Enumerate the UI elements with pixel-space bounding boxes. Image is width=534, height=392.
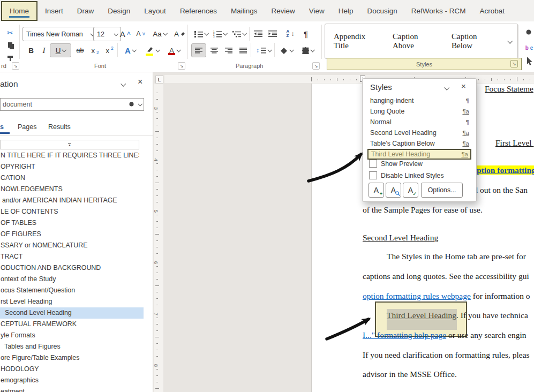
- doc-line-4[interactable]: id out on the San: [471, 185, 528, 195]
- gallery-style-caption-below[interactable]: Caption Below: [452, 32, 494, 50]
- nav-heading-le-of-contents[interactable]: LE OF CONTENTS: [0, 206, 139, 217]
- clear-formatting-button[interactable]: A: [171, 27, 187, 41]
- nav-heading-cation[interactable]: CATION: [0, 172, 139, 184]
- collapse-all-bar[interactable]: ▲: [0, 140, 139, 149]
- decrease-indent-button[interactable]: [251, 27, 266, 41]
- chevron-down-icon[interactable]: [444, 85, 449, 91]
- tab-layout[interactable]: Layout: [137, 0, 173, 21]
- tab-review[interactable]: Review: [264, 0, 302, 21]
- style-hanging-indent[interactable]: hanging-indent¶: [367, 95, 471, 106]
- disable-linked-styles-checkbox[interactable]: Disable Linked Styles: [369, 171, 444, 179]
- font-name-combo[interactable]: Times New Roman: [22, 27, 97, 41]
- nav-heading-ceptual-framework[interactable]: CEPTUAL FRAMEWORK: [0, 319, 139, 330]
- font-color-button[interactable]: A: [164, 43, 184, 57]
- manage-styles-button[interactable]: A ✓: [403, 183, 418, 198]
- underline-button[interactable]: U: [50, 43, 71, 57]
- hyperlink[interactable]: I..." formatting help page: [363, 330, 446, 340]
- nav-heading-nowledgements[interactable]: NOWLEDGEMENTS: [0, 184, 139, 195]
- nav-heading-yle-formats[interactable]: yle Formats: [0, 330, 139, 341]
- grow-font-button[interactable]: A˄: [117, 27, 133, 41]
- numbering-button[interactable]: 1 2 3: [210, 27, 229, 41]
- doc-line-13[interactable]: advisor in the MSSE Office.: [363, 370, 457, 379]
- nav-heading-oduction-and-background[interactable]: ODUCTION AND BACKGROUND: [0, 262, 139, 274]
- nav-heading-emographics[interactable]: emographics: [0, 375, 139, 386]
- nav-heading-rst-level-heading[interactable]: rst Level Heading: [0, 296, 139, 307]
- multilevel-list-button[interactable]: [229, 27, 249, 41]
- tab-draw[interactable]: Draw: [70, 0, 101, 21]
- doc-line-9[interactable]: option formatting rules webpage for info…: [363, 291, 530, 301]
- find-button[interactable]: [523, 26, 534, 40]
- tab-insert[interactable]: Insert: [38, 0, 70, 21]
- superscript-button[interactable]: x2: [102, 43, 117, 57]
- nav-heading-ontext-of-the-study[interactable]: ontext of the Study: [0, 274, 139, 285]
- line-spacing-button[interactable]: ↕: [253, 43, 274, 57]
- doc-line-8[interactable]: captions and long quotes. See the access…: [363, 272, 529, 281]
- nav-heading-ocus-statement-question[interactable]: ocus Statement/Question: [0, 285, 139, 296]
- nav-heading-of-tables[interactable]: OF TABLES: [0, 217, 139, 229]
- doc-line-3[interactable]: ption formatting: [477, 165, 534, 175]
- tab-mailings[interactable]: Mailings: [224, 0, 265, 21]
- nav-heading-ssary-or-nomenclature[interactable]: SSARY or NOMENCLATURE: [0, 240, 139, 251]
- replace-button[interactable]: b c: [523, 41, 534, 55]
- doc-line-5[interactable]: of the Sample Pages for ease of use.: [363, 205, 483, 215]
- tab-design[interactable]: Design: [101, 0, 137, 21]
- text-effects-button[interactable]: A: [120, 43, 140, 57]
- hyperlink[interactable]: option formatting rules webpage: [363, 291, 471, 300]
- strikethrough-button[interactable]: ab: [72, 43, 88, 57]
- checkbox[interactable]: [369, 160, 377, 168]
- borders-button[interactable]: [297, 43, 319, 57]
- checkbox[interactable]: [369, 171, 377, 179]
- change-case-button[interactable]: Aa: [149, 27, 170, 41]
- shrink-font-button[interactable]: A˅: [133, 27, 148, 41]
- tab-docusign[interactable]: Docusign: [360, 0, 404, 21]
- clipboard-dialog-launcher[interactable]: ↘: [12, 62, 19, 70]
- style-inspector-button[interactable]: A: [386, 183, 401, 198]
- style-normal[interactable]: Normal¶: [367, 117, 471, 127]
- search-input[interactable]: document: [0, 98, 144, 111]
- nav-heading-n-title-here-if-it-requires-three-lines-[interactable]: N TITLE HERE IF IT REQUIRES THREE LINES.…: [0, 150, 139, 161]
- subscript-button[interactable]: x2: [88, 43, 102, 57]
- close-icon[interactable]: ×: [461, 81, 466, 91]
- nav-heading-eatment[interactable]: eatment: [0, 386, 139, 392]
- doc-line-11[interactable]: I..." formatting help page or use any se…: [363, 330, 526, 340]
- paragraph-dialog-launcher[interactable]: ↘: [312, 62, 320, 70]
- nav-heading-opyright[interactable]: OPYRIGHT: [0, 161, 139, 172]
- chevron-down-icon[interactable]: [121, 81, 126, 87]
- style-long-quote[interactable]: Long Quote¶a: [367, 106, 471, 117]
- nav-tab-s[interactable]: s: [0, 123, 4, 131]
- options-button[interactable]: Options...: [421, 183, 463, 198]
- nav-heading-tables-and-figures[interactable]: Tables and Figures: [0, 341, 143, 352]
- nav-tab-pages[interactable]: Pages: [18, 123, 36, 131]
- show-marks-button[interactable]: ¶: [299, 27, 313, 41]
- tab-home[interactable]: Home: [1, 1, 37, 21]
- doc-line-1[interactable]: Focus Stateme: [485, 84, 533, 94]
- style-second-level-heading[interactable]: Second Level Heading¶a: [367, 127, 471, 138]
- tab-acrobat[interactable]: Acrobat: [473, 0, 512, 21]
- style-table-s-caption-below[interactable]: Table's Caption Below¶a: [367, 138, 471, 149]
- gallery-style-appendix-title[interactable]: Appendix Title: [334, 32, 377, 50]
- tab-view[interactable]: View: [302, 0, 332, 21]
- justify-button[interactable]: [236, 43, 251, 57]
- align-left-button[interactable]: [191, 43, 206, 57]
- tab-refworks-rcm[interactable]: RefWorks - RCM: [404, 0, 473, 21]
- font-dialog-launcher[interactable]: ↘: [178, 62, 185, 70]
- nav-heading-second-level-heading[interactable]: Second Level Heading: [0, 307, 144, 319]
- doc-line-6[interactable]: Second Level Heading: [363, 233, 438, 243]
- nav-heading-hodology[interactable]: HODOLOGY: [0, 364, 139, 375]
- tab-help[interactable]: Help: [332, 0, 360, 21]
- nav-heading-ore-figure-table-examples[interactable]: ore Figure/Table Examples: [0, 352, 139, 364]
- doc-line-7[interactable]: The Styles in the Home tab are pre-set f…: [387, 252, 526, 261]
- increase-indent-button[interactable]: [265, 27, 280, 41]
- style-third-level-heading[interactable]: Third Level Heading¶a: [367, 149, 471, 160]
- tab-references[interactable]: References: [173, 0, 224, 21]
- doc-line-12[interactable]: If you need clarification on formatting …: [363, 350, 530, 360]
- text-highlight-button[interactable]: [141, 43, 163, 57]
- copy-button[interactable]: [4, 39, 17, 52]
- close-icon[interactable]: ×: [138, 77, 142, 87]
- bullets-button[interactable]: [192, 27, 210, 41]
- align-center-button[interactable]: [207, 43, 222, 57]
- chevron-down-icon[interactable]: [138, 102, 142, 106]
- styles-gallery-more-button[interactable]: [501, 24, 518, 59]
- nav-heading-of-figures[interactable]: OF FIGURES: [0, 229, 139, 240]
- styles-dialog-launcher[interactable]: ↘: [510, 60, 518, 67]
